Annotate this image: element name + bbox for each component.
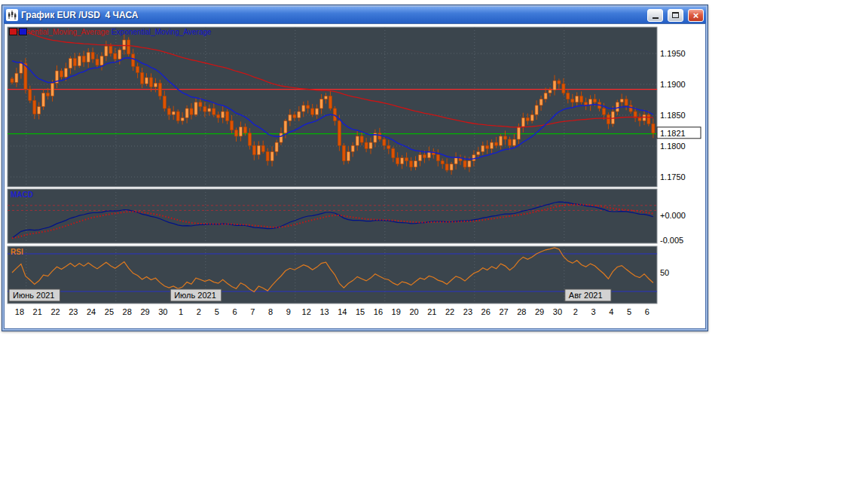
svg-text:30: 30 (553, 307, 562, 316)
maximize-button[interactable] (668, 9, 683, 22)
indicator-legend: Exponential_Moving_AverageExponential_Mo… (9, 28, 211, 36)
svg-text:29: 29 (535, 307, 544, 316)
legend-chip-red (9, 28, 17, 35)
svg-text:Июнь 2021: Июнь 2021 (13, 291, 55, 300)
svg-text:16: 16 (374, 307, 383, 316)
desktop-background: { "window": { "title": "График EUR /USD … (0, 0, 868, 488)
minimize-icon (653, 17, 659, 19)
svg-text:1.1850: 1.1850 (660, 111, 686, 120)
chart-client-area: 1.19501.19001.18501.18001.1750+0.000-0.0… (4, 23, 706, 329)
titlebar[interactable]: График EUR /USD 4 ЧАСА × (4, 7, 706, 23)
legend-chips (9, 28, 27, 35)
rsi-pane (8, 246, 657, 303)
price-scale: 1.19501.19001.18501.18001.1750+0.000-0.0… (657, 49, 701, 277)
macd-pane-label: MACD (11, 191, 33, 199)
svg-text:2: 2 (197, 307, 201, 316)
svg-text:Авг 2021: Авг 2021 (569, 291, 603, 300)
svg-text:-0.005: -0.005 (660, 236, 683, 245)
svg-text:6: 6 (645, 307, 649, 316)
minimize-button[interactable] (647, 9, 663, 22)
svg-text:5: 5 (627, 307, 631, 316)
svg-text:27: 27 (499, 307, 508, 316)
svg-text:26: 26 (481, 307, 491, 316)
window-title: График EUR /USD 4 ЧАСА (21, 10, 643, 20)
month-box: Авг 2021 (565, 289, 611, 301)
x-axis-labels: 1821222324252829301256789121314151619202… (15, 307, 649, 316)
svg-text:20: 20 (409, 307, 418, 316)
maximize-icon (672, 12, 679, 18)
app-chart-icon (6, 9, 18, 21)
svg-text:1.1750: 1.1750 (660, 172, 686, 181)
svg-text:2: 2 (573, 307, 578, 316)
svg-text:22: 22 (50, 307, 60, 316)
svg-text:19: 19 (392, 307, 401, 316)
svg-text:+0.000: +0.000 (660, 211, 686, 220)
svg-text:24: 24 (87, 307, 96, 316)
svg-text:21: 21 (33, 307, 42, 316)
svg-text:1.1800: 1.1800 (660, 142, 686, 151)
svg-text:12: 12 (302, 307, 311, 316)
month-box: Июнь 2021 (9, 289, 60, 301)
svg-text:28: 28 (123, 307, 132, 316)
month-box: Июль 2021 (170, 289, 222, 301)
close-button[interactable]: × (688, 9, 704, 22)
svg-text:15: 15 (356, 307, 365, 316)
svg-text:13: 13 (319, 307, 329, 316)
svg-text:18: 18 (15, 307, 24, 316)
svg-text:30: 30 (158, 307, 167, 316)
svg-text:22: 22 (445, 307, 454, 316)
svg-text:14: 14 (338, 307, 347, 316)
svg-text:1.1950: 1.1950 (660, 49, 686, 58)
svg-text:6: 6 (232, 307, 237, 316)
chart-canvas[interactable]: 1.19501.19001.18501.18001.1750+0.000-0.0… (5, 24, 705, 327)
legend-chip-blue (19, 28, 27, 35)
svg-text:1.1900: 1.1900 (660, 80, 686, 89)
rsi-pane-label: RSI (11, 248, 23, 256)
svg-text:25: 25 (105, 307, 114, 316)
svg-text:5: 5 (215, 307, 219, 316)
svg-text:50: 50 (660, 268, 669, 277)
svg-text:3: 3 (591, 307, 595, 316)
svg-text:28: 28 (517, 307, 526, 316)
svg-text:29: 29 (140, 307, 149, 316)
svg-text:1: 1 (179, 307, 183, 316)
svg-text:7: 7 (250, 307, 255, 316)
chart-window: График EUR /USD 4 ЧАСА × 1.19501.19001.1… (2, 5, 708, 331)
svg-text:Июль 2021: Июль 2021 (174, 291, 216, 300)
legend-ma-blue-label: Exponential_Moving_Average (112, 28, 212, 36)
svg-text:23: 23 (463, 307, 472, 316)
svg-text:23: 23 (69, 307, 78, 316)
svg-text:4: 4 (609, 307, 613, 316)
svg-text:8: 8 (268, 307, 273, 316)
svg-text:21: 21 (427, 307, 436, 316)
current-price-label: 1.1821 (660, 129, 686, 138)
close-icon: × (693, 11, 699, 20)
svg-text:9: 9 (286, 307, 291, 316)
